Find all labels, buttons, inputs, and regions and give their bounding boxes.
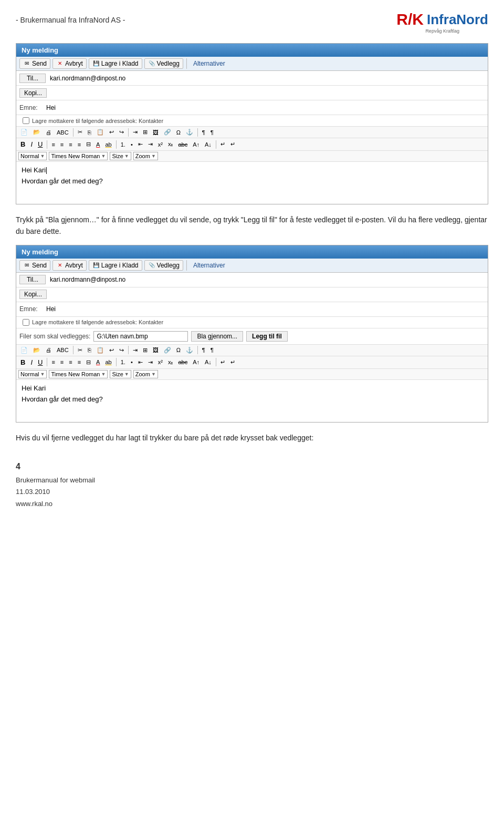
etb-fontsize-up[interactable]: A↑ (191, 140, 202, 149)
etb2-paste[interactable]: 📋 (94, 346, 106, 355)
options-link-2[interactable]: Alternativer (190, 261, 228, 270)
subject-value-2[interactable]: Hei (46, 305, 485, 313)
etb-cut[interactable]: ✂ (76, 128, 85, 137)
etb2-strikethrough[interactable]: abc (176, 358, 190, 366)
etb2-anchor[interactable]: ⚓ (184, 346, 195, 355)
etb-align-left[interactable]: ≡ (49, 140, 57, 149)
etb2-outdent[interactable]: ⇤ (136, 358, 145, 367)
etb-highlight[interactable]: ab (103, 140, 113, 149)
etb2-highlight[interactable]: ab (103, 358, 113, 366)
send-button-2[interactable]: ✉ Send (19, 260, 50, 271)
etb2-link[interactable]: 🔗 (162, 346, 173, 355)
etb2-bold[interactable]: B (18, 357, 27, 367)
etb-justify[interactable]: ≡ (76, 140, 83, 149)
send-button-1[interactable]: ✉ Send (19, 58, 50, 69)
subject-value-1[interactable]: Hei (46, 104, 485, 111)
etb2-open[interactable]: 📂 (31, 346, 43, 355)
etb-open[interactable]: 📂 (31, 128, 43, 137)
etb2-color[interactable]: A (94, 358, 102, 366)
save-button-1[interactable]: 💾 Lagre i Kladd (89, 58, 142, 69)
etb-spellcheck[interactable]: ABC (55, 128, 71, 137)
cancel-button-2[interactable]: ✕ Avbryt (52, 260, 87, 271)
etb2-ol[interactable]: 1. (119, 358, 128, 366)
file-path-input[interactable] (93, 331, 188, 342)
format-style-2[interactable]: Normal ▼ (18, 370, 47, 378)
etb-indent2[interactable]: ⇥ (146, 140, 155, 149)
etb2-justify[interactable]: ≡ (76, 358, 83, 366)
etb2-para[interactable]: ¶ (200, 346, 207, 354)
compose-body-1[interactable]: Hei Kari Hvordan går det med deg? (16, 162, 488, 204)
etb-special1[interactable]: ↵ (218, 140, 227, 149)
etb-print[interactable]: 🖨 (44, 128, 54, 137)
etb2-table2[interactable]: ⊟ (84, 358, 93, 367)
etb-sub[interactable]: x₂ (166, 140, 175, 149)
etb2-redo[interactable]: ↪ (117, 346, 126, 355)
save-contacts-checkbox-2[interactable] (23, 319, 29, 326)
etb2-spellcheck[interactable]: ABC (55, 346, 71, 354)
etb-table[interactable]: ⊞ (141, 128, 150, 137)
save-button-2[interactable]: 💾 Lagre i Kladd (89, 260, 142, 271)
etb2-underline[interactable]: U (36, 357, 45, 367)
etb-underline-1[interactable]: U (36, 139, 45, 149)
etb2-cut[interactable]: ✂ (76, 346, 85, 355)
etb-undo[interactable]: ↩ (107, 128, 116, 137)
cc-button-2[interactable]: Kopi... (19, 290, 47, 299)
etb2-special2[interactable]: ↵ (228, 358, 237, 367)
etb2-print[interactable]: 🖨 (44, 346, 54, 354)
cc-button-1[interactable]: Kopi... (19, 88, 47, 98)
to-button-1[interactable]: Til... (19, 74, 46, 83)
format-size-1[interactable]: Size ▼ (110, 152, 131, 160)
cancel-button-1[interactable]: ✕ Avbryt (52, 58, 87, 69)
etb-align-right[interactable]: ≡ (67, 140, 74, 149)
etb-copy[interactable]: ⎘ (86, 128, 93, 137)
etb2-copy[interactable]: ⎘ (86, 346, 93, 354)
etb2-align-center[interactable]: ≡ (58, 358, 66, 366)
compose-body-2[interactable]: Hei Kari Hvordan går det med deg? (16, 380, 488, 422)
etb-italic-1[interactable]: I (28, 139, 35, 149)
format-style-1[interactable]: Normal ▼ (18, 152, 47, 160)
etb-ul[interactable]: • (129, 140, 135, 149)
etb-anchor[interactable]: ⚓ (184, 128, 195, 137)
etb-bold-1[interactable]: B (18, 139, 27, 149)
etb-paste[interactable]: 📋 (94, 128, 106, 137)
etb-new[interactable]: 📄 (18, 128, 30, 137)
format-font-1[interactable]: Times New Roman ▼ (49, 152, 108, 160)
etb2-fontsize-dn[interactable]: A↓ (203, 358, 214, 366)
etb2-indent2[interactable]: ⇥ (146, 358, 155, 367)
etb2-new[interactable]: 📄 (18, 346, 30, 355)
etb-ol[interactable]: 1. (119, 140, 128, 149)
etb-table2[interactable]: ⊟ (84, 140, 93, 149)
etb2-italic[interactable]: I (28, 357, 35, 367)
etb2-para2[interactable]: ¶ (208, 346, 216, 354)
etb2-ul[interactable]: • (129, 358, 135, 366)
etb2-table[interactable]: ⊞ (141, 346, 150, 355)
add-file-button[interactable]: Legg til fil (246, 331, 288, 342)
browse-button[interactable]: Bla gjennom... (191, 331, 243, 342)
etb2-special1[interactable]: ↵ (218, 358, 227, 367)
etb2-sup[interactable]: x² (156, 358, 165, 366)
etb2-align-left[interactable]: ≡ (49, 358, 57, 366)
etb-symbol[interactable]: Ω (174, 128, 183, 137)
etb-strikethrough[interactable]: abc (176, 140, 190, 149)
etb-link[interactable]: 🔗 (162, 128, 173, 137)
etb-para2[interactable]: ¶ (208, 128, 216, 137)
etb-para[interactable]: ¶ (200, 128, 207, 137)
to-button-2[interactable]: Til... (19, 275, 46, 284)
etb-align-center[interactable]: ≡ (58, 140, 66, 149)
etb2-indent[interactable]: ⇥ (131, 346, 140, 355)
options-link-1[interactable]: Alternativer (190, 59, 228, 68)
etb-special2[interactable]: ↵ (228, 140, 237, 149)
etb2-undo[interactable]: ↩ (107, 346, 116, 355)
format-size-2[interactable]: Size ▼ (110, 370, 131, 378)
etb-fontsize-dn[interactable]: A↓ (203, 140, 214, 149)
format-zoom-2[interactable]: Zoom ▼ (133, 370, 158, 378)
etb-img[interactable]: 🖼 (151, 128, 161, 137)
etb-indent[interactable]: ⇥ (131, 128, 140, 137)
format-font-2[interactable]: Times New Roman ▼ (49, 370, 108, 378)
etb2-sub[interactable]: x₂ (166, 358, 175, 367)
attach-button-1[interactable]: 📎 Vedlegg (144, 58, 183, 69)
attach-button-2[interactable]: 📎 Vedlegg (144, 260, 183, 271)
etb2-symbol[interactable]: Ω (174, 346, 183, 354)
etb-color[interactable]: A (94, 140, 102, 149)
etb2-img[interactable]: 🖼 (151, 346, 161, 354)
